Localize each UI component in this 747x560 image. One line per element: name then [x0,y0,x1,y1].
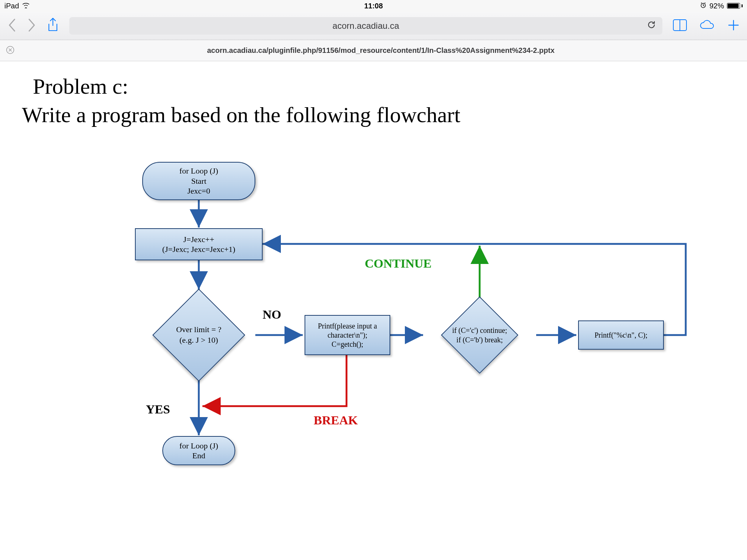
reload-button[interactable] [646,20,657,32]
status-bar: iPad 11:08 92% [0,0,747,12]
flow-start: for Loop (J) Start Jexc=0 [142,162,255,200]
alarm-icon [700,2,707,10]
label-break: BREAK [314,413,358,427]
clock: 11:08 [364,2,383,10]
flow-end: for Loop (J) End [162,436,235,465]
label-yes: YES [146,402,170,416]
cloud-tabs-button[interactable] [699,20,716,32]
browser-toolbar: acorn.acadiau.ca [0,12,747,40]
page-heading: Problem c: Write a program based on the … [22,72,725,129]
full-url: acorn.acadiau.ca/pluginfile.php/91156/mo… [20,46,741,55]
label-continue: CONTINUE [365,257,431,271]
heading-line1: Problem c: [33,72,725,101]
share-button[interactable] [47,18,59,34]
forward-button[interactable] [27,18,36,34]
battery-percent: 92% [709,2,724,10]
back-button[interactable] [7,18,17,34]
label-no: NO [263,308,281,322]
flow-decision-char: if (C='c') continue; if (C='b') break; [423,297,536,373]
device-label: iPad [4,2,19,10]
flow-process-print: Printf("%c\n", C); [578,320,664,350]
battery-icon [727,3,743,9]
address-bar[interactable]: acorn.acadiau.ca [69,17,662,35]
address-text: acorn.acadiau.ca [333,21,399,31]
new-tab-button[interactable] [727,19,740,33]
bookmarks-button[interactable] [673,19,687,33]
document-content: Problem c: Write a program based on the … [0,61,747,526]
flow-increment: J=Jexc++ (J=Jexc; Jexc=Jexc+1) [135,228,263,260]
flowchart: for Loop (J) Start Jexc=0 J=Jexc++ (J=Je… [36,151,722,516]
url-sub-bar: acorn.acadiau.ca/pluginfile.php/91156/mo… [0,40,747,61]
close-icon[interactable] [6,46,15,56]
heading-line2: Write a program based on the following f… [22,103,460,127]
wifi-icon [22,2,30,10]
flow-process-input: Printf(please input a character\n"); C=g… [305,315,390,355]
flow-decision-limit: Over limit = ? (e.g. J > 10) [142,289,255,381]
